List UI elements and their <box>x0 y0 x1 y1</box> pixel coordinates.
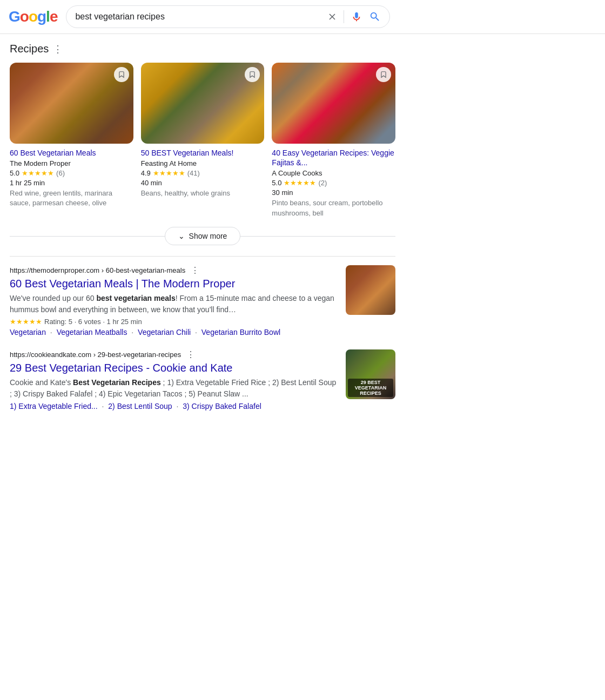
recipe-ingredients-1: Red wine, green lentils, marinara sauce,… <box>10 189 133 208</box>
recipe-time-1: 1 hr 25 min <box>10 179 133 187</box>
recipe-stars-3: ★★★★★ <box>284 179 316 187</box>
recipe-rating-1: 5.0 ★★★★★ (6) <box>10 169 133 177</box>
result-link-chili[interactable]: Vegetarian Chili <box>138 328 191 336</box>
bookmark-icon-1[interactable] <box>114 67 129 82</box>
result-content-1: https://themodernproper.com › 60-best-ve… <box>10 265 337 336</box>
result-menu-icon-2[interactable]: ⋮ <box>186 349 195 360</box>
search-button[interactable] <box>369 11 381 23</box>
result-url-2: https://cookieandkate.com › 29-best-vege… <box>10 351 181 359</box>
recipe-cards-container: 60 Best Vegetarian Meals The Modern Prop… <box>10 63 395 218</box>
main-content: Recipes ⋮ 60 Best Vegetarian Meals The M… <box>0 34 405 432</box>
result-link-burrito[interactable]: Vegetarian Burrito Bowl <box>201 328 280 336</box>
result-url-1: https://themodernproper.com › 60-best-ve… <box>10 266 185 274</box>
result-snippet-1: We've rounded up our 60 best vegetarian … <box>10 293 337 315</box>
recipe-ingredients-3: Pinto beans, sour cream, portobello mush… <box>272 198 395 218</box>
recipe-image-2 <box>141 63 265 144</box>
result-rating-info-1: Rating: 5 · 6 votes · 1 hr 25 min <box>44 318 142 326</box>
section-divider <box>10 256 395 257</box>
chevron-down-icon: ⌄ <box>178 232 185 240</box>
search-input[interactable]: best vegetarian recipes <box>75 12 322 22</box>
divider-vertical <box>344 10 344 23</box>
recipe-stars-2: ★★★★★ <box>153 169 185 177</box>
recipe-rating-count-2: (41) <box>187 169 200 177</box>
section-menu-icon[interactable]: ⋮ <box>53 43 63 55</box>
result-thumbnail-2: 29 BEST VEGETARIAN RECIPES <box>346 349 395 399</box>
recipe-card-2[interactable]: 50 BEST Vegetarian Meals! Feasting At Ho… <box>141 63 265 218</box>
recipe-rating-count-3: (2) <box>318 179 327 187</box>
section-title: Recipes <box>10 43 49 55</box>
recipes-section-header: Recipes ⋮ <box>10 43 395 55</box>
recipe-image-1 <box>10 63 133 144</box>
recipe-time-2: 40 min <box>141 179 265 187</box>
recipe-source-1: The Modern Proper <box>10 159 133 167</box>
search-icons <box>327 10 381 23</box>
search-result-2: https://cookieandkate.com › 29-best-vege… <box>10 349 395 410</box>
recipe-rating-2: 4.9 ★★★★★ (41) <box>141 169 265 177</box>
result-title-1[interactable]: 60 Best Vegetarian Meals | The Modern Pr… <box>10 277 337 291</box>
result-thumbnail-1 <box>346 265 395 315</box>
result-content-2: https://cookieandkate.com › 29-best-vege… <box>10 349 337 410</box>
recipe-title-1: 60 Best Vegetarian Meals <box>10 148 133 158</box>
result-link-falafel[interactable]: 3) Crispy Baked Falafel <box>183 402 261 410</box>
header: Google best vegetarian recipes <box>0 0 605 34</box>
clear-button[interactable] <box>327 12 337 22</box>
recipe-card-1[interactable]: 60 Best Vegetarian Meals The Modern Prop… <box>10 63 133 218</box>
show-more-label: Show more <box>189 232 227 240</box>
bookmark-icon-3[interactable] <box>376 67 391 82</box>
result-menu-icon-1[interactable]: ⋮ <box>191 265 199 275</box>
recipe-title-3: 40 Easy Vegetarian Recipes: Veggie Fajit… <box>272 148 395 167</box>
search-result-1: https://themodernproper.com › 60-best-ve… <box>10 265 395 336</box>
recipe-rating-3: 5.0 ★★★★★ (2) <box>272 179 395 187</box>
recipe-source-2: Feasting At Home <box>141 159 265 167</box>
recipe-title-2: 50 BEST Vegetarian Meals! <box>141 148 265 158</box>
google-logo: Google <box>9 8 57 25</box>
recipe-rating-count-1: (6) <box>56 169 65 177</box>
show-more-button[interactable]: ⌄ Show more <box>165 227 241 245</box>
thumb-label-2: 29 BEST VEGETARIAN RECIPES <box>348 379 393 397</box>
result-snippet-2: Cookie and Kate's Best Vegetarian Recipe… <box>10 377 337 400</box>
result-links-2: 1) Extra Vegetable Fried... · 2) Best Le… <box>10 402 337 410</box>
result-stars-1: ★★★★★ <box>10 318 42 326</box>
result-url-row-2: https://cookieandkate.com › 29-best-vege… <box>10 349 337 360</box>
result-url-row-1: https://themodernproper.com › 60-best-ve… <box>10 265 337 275</box>
recipe-rating-value-3: 5.0 <box>272 179 281 187</box>
result-links-1: Vegetarian · Vegetarian Meatballs · Vege… <box>10 328 337 336</box>
recipe-image-3 <box>272 63 395 144</box>
show-more-container: ⌄ Show more <box>10 227 395 245</box>
recipe-rating-value-1: 5.0 <box>10 169 19 177</box>
result-link-fried-rice[interactable]: 1) Extra Vegetable Fried... <box>10 402 98 410</box>
recipe-stars-1: ★★★★★ <box>22 169 54 177</box>
recipe-rating-value-2: 4.9 <box>141 169 151 177</box>
result-link-vegetarian[interactable]: Vegetarian <box>10 328 46 336</box>
result-link-meatballs[interactable]: Vegetarian Meatballs <box>57 328 127 336</box>
recipe-ingredients-2: Beans, healthy, whole grains <box>141 189 265 198</box>
result-link-lentil-soup[interactable]: 2) Best Lentil Soup <box>108 402 172 410</box>
result-meta-1: ★★★★★ Rating: 5 · 6 votes · 1 hr 25 min <box>10 318 337 326</box>
recipe-time-3: 30 min <box>272 189 395 197</box>
recipe-source-3: A Couple Cooks <box>272 169 395 177</box>
recipe-card-3[interactable]: 40 Easy Vegetarian Recipes: Veggie Fajit… <box>272 63 395 218</box>
result-title-2[interactable]: 29 Best Vegetarian Recipes - Cookie and … <box>10 361 337 375</box>
search-bar: best vegetarian recipes <box>66 5 390 28</box>
voice-search-button[interactable] <box>351 11 362 23</box>
